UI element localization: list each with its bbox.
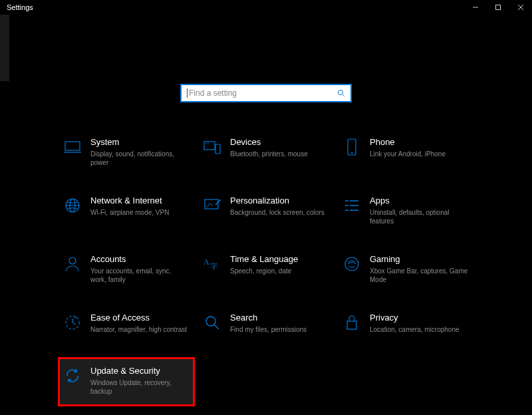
tile-label: System xyxy=(90,137,189,148)
minimize-button[interactable] xyxy=(464,0,487,15)
svg-point-10 xyxy=(207,143,209,144)
svg-rect-11 xyxy=(215,144,220,154)
svg-text:字: 字 xyxy=(210,262,217,270)
tile-desc: Bluetooth, printers, mouse xyxy=(230,150,308,159)
search-input[interactable]: Find a setting xyxy=(180,84,352,102)
time-language-icon: A字 xyxy=(203,255,221,273)
tile-phone[interactable]: Phone Link your Android, iPhone xyxy=(339,134,472,170)
tile-label: Search xyxy=(230,313,307,324)
sidebar-strip xyxy=(0,15,9,81)
tile-desc: Narrator, magnifier, high contrast xyxy=(90,325,187,335)
tile-desc: Find my files, permissions xyxy=(230,325,307,335)
ease-of-access-icon xyxy=(64,314,81,331)
svg-point-9 xyxy=(205,143,207,144)
svg-rect-12 xyxy=(348,139,356,155)
tile-gaming[interactable]: Gaming Xbox Game Bar, captures, Game Mod… xyxy=(339,251,472,287)
tile-label: Privacy xyxy=(370,313,460,324)
svg-point-24 xyxy=(69,257,76,264)
accounts-icon xyxy=(64,255,81,273)
svg-rect-31 xyxy=(347,321,356,329)
tile-label: Phone xyxy=(370,137,446,148)
personalization-icon xyxy=(203,197,221,214)
window-controls xyxy=(464,0,532,15)
search-placeholder: Find a setting xyxy=(189,88,237,98)
tile-desc: Uninstall, defaults, optional features xyxy=(370,208,468,226)
tile-label: Apps xyxy=(370,196,468,207)
svg-point-27 xyxy=(345,257,358,271)
tile-ease-of-access[interactable]: Ease of Access Narrator, magnifier, high… xyxy=(60,310,193,337)
search-tile-icon xyxy=(203,314,221,331)
tile-network[interactable]: Network & Internet Wi-Fi, airplane mode,… xyxy=(60,193,193,229)
lock-icon xyxy=(343,314,360,331)
close-button[interactable] xyxy=(509,0,532,15)
devices-icon xyxy=(203,138,221,156)
tile-label: Devices xyxy=(230,137,308,148)
text-cursor xyxy=(187,88,188,98)
tile-accounts[interactable]: Accounts Your accounts, email, sync, wor… xyxy=(60,251,193,287)
tile-label: Update & Security xyxy=(90,366,189,377)
svg-line-5 xyxy=(342,94,344,96)
search-icon xyxy=(337,89,345,97)
settings-grid: System Display, sound, notifications, po… xyxy=(60,134,472,404)
gaming-icon xyxy=(343,255,360,273)
tile-devices[interactable]: Devices Bluetooth, printers, mouse xyxy=(200,134,332,170)
tile-desc: Background, lock screen, colors xyxy=(230,208,325,217)
svg-point-29 xyxy=(206,317,215,326)
tile-system[interactable]: System Display, sound, notifications, po… xyxy=(60,134,193,170)
update-icon xyxy=(64,367,81,384)
svg-rect-8 xyxy=(204,142,215,150)
tile-desc: Speech, region, date xyxy=(230,267,298,276)
tile-label: Personalization xyxy=(230,196,325,207)
tile-time-language[interactable]: A字 Time & Language Speech, region, date xyxy=(200,251,332,287)
tile-label: Time & Language xyxy=(230,254,298,265)
tile-desc: Location, camera, microphone xyxy=(370,325,460,335)
tile-desc: Xbox Game Bar, captures, Game Mode xyxy=(370,267,468,285)
tile-desc: Windows Update, recovery, backup xyxy=(90,378,189,396)
svg-line-30 xyxy=(214,325,219,329)
tile-apps[interactable]: Apps Uninstall, defaults, optional featu… xyxy=(339,193,472,229)
maximize-button[interactable] xyxy=(487,0,509,15)
svg-text:A: A xyxy=(203,257,209,267)
window-title: Settings xyxy=(7,3,33,11)
content: Find a setting System Display, sound, no… xyxy=(0,15,532,404)
tile-desc: Your accounts, email, sync, work, family xyxy=(90,267,189,285)
tile-label: Network & Internet xyxy=(90,196,169,207)
system-icon xyxy=(64,138,81,156)
tile-desc: Display, sound, notifications, power xyxy=(90,150,189,168)
tile-label: Accounts xyxy=(90,254,189,265)
tile-privacy[interactable]: Privacy Location, camera, microphone xyxy=(339,310,472,337)
tile-update-security[interactable]: Update & Security Windows Update, recove… xyxy=(60,359,193,404)
globe-icon xyxy=(64,197,81,214)
svg-point-4 xyxy=(338,90,343,95)
tile-desc: Wi-Fi, airplane mode, VPN xyxy=(90,208,169,217)
svg-rect-6 xyxy=(65,142,80,150)
phone-icon xyxy=(343,138,360,156)
tile-label: Gaming xyxy=(370,254,468,265)
svg-rect-1 xyxy=(496,5,501,10)
titlebar: Settings xyxy=(0,0,532,15)
apps-icon xyxy=(343,197,360,214)
tile-search[interactable]: Search Find my files, permissions xyxy=(200,310,332,337)
tile-desc: Link your Android, iPhone xyxy=(370,150,446,159)
tile-personalization[interactable]: Personalization Background, lock screen,… xyxy=(200,193,332,229)
tile-label: Ease of Access xyxy=(90,313,187,324)
